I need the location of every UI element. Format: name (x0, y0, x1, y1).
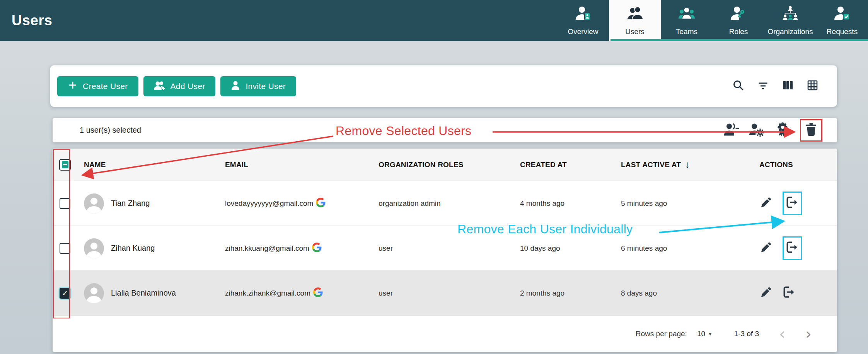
teams-icon (678, 5, 695, 24)
table-row[interactable]: Tian Zhang lovedayyyyyyy@gmail.com organ… (53, 181, 837, 226)
user-name: Zihan Kuang (111, 244, 155, 253)
edit-user-icon[interactable] (759, 286, 772, 301)
column-header-created-at[interactable]: CREATED AT (513, 161, 614, 169)
table-footer: Rows per page: 10 ▾ 1-3 of 3 ‹ › (53, 316, 837, 352)
user-email: zihan.kkuang@gmail.com (225, 244, 309, 253)
avatar (84, 238, 104, 258)
page-title: Users (12, 12, 52, 29)
tab-organizations[interactable]: Organizations (764, 0, 816, 41)
selection-count-text: 1 user(s) selected (80, 126, 141, 135)
users-icon (626, 5, 643, 24)
tab-label: Users (625, 27, 645, 36)
column-header-actions: ACTIONS (753, 161, 837, 169)
created-at: 4 months ago (513, 199, 614, 208)
annotation-remove-selected: Remove Selected Users (336, 124, 471, 138)
remove-user-row-highlight (783, 192, 802, 215)
tab-requests[interactable]: Requests (816, 0, 868, 41)
roles-icon (730, 5, 747, 24)
tab-overview[interactable]: Overview (557, 0, 609, 41)
tab-teams[interactable]: Teams (661, 0, 713, 41)
last-active-at: 8 days ago (614, 289, 753, 298)
person-invite-icon (231, 80, 240, 92)
main-nav: Overview Users Teams (557, 0, 868, 41)
selection-actions (723, 119, 822, 142)
overview-icon (575, 5, 592, 24)
tab-users[interactable]: Users (609, 0, 661, 41)
user-name: Lialia Beniaminova (111, 289, 176, 298)
edit-user-icon[interactable] (759, 196, 772, 211)
org-role: user (372, 289, 513, 298)
grid-view-icon[interactable] (807, 79, 819, 93)
tab-label: Requests (827, 27, 858, 36)
user-email: zihank.zihank@gmail.com (225, 289, 310, 298)
view-columns-icon[interactable] (782, 79, 794, 93)
certify-user-icon[interactable] (774, 122, 791, 139)
next-page-icon[interactable]: › (805, 326, 812, 342)
last-active-at: 5 minutes ago (614, 199, 753, 208)
invite-user-button[interactable]: Invite User (220, 76, 296, 96)
table-row[interactable]: Zihan Kuang zihan.kkuang@gmail.com user … (53, 226, 837, 271)
org-role: user (372, 244, 513, 253)
edit-user-icon[interactable] (759, 241, 772, 256)
user-name: Tian Zhang (111, 199, 150, 208)
remove-user-row-highlight (783, 236, 802, 260)
table-header-row: NAME EMAIL ORGANIZATION ROLES CREATED AT… (53, 149, 837, 181)
dropdown-caret-icon: ▾ (709, 330, 712, 337)
rows-per-page-select[interactable]: 10 ▾ (697, 330, 712, 338)
column-header-org-roles[interactable]: ORGANIZATION ROLES (372, 161, 513, 169)
table-row[interactable]: ✓ Lialia Beniaminova zihank.zihank@gmail… (53, 271, 837, 316)
checkbox-column-highlight (53, 149, 70, 318)
tab-roles[interactable]: Roles (713, 0, 764, 41)
remove-user-icon[interactable] (723, 122, 740, 139)
delete-selected-icon[interactable] (803, 122, 819, 139)
rows-per-page-label: Rows per page: (636, 330, 687, 338)
tab-label: Teams (676, 27, 697, 36)
user-settings-icon[interactable] (749, 122, 765, 139)
google-icon (312, 243, 322, 254)
organizations-icon (782, 5, 799, 24)
create-user-button[interactable]: Create User (57, 76, 138, 96)
toolbar-view-icons (732, 79, 819, 93)
plus-icon (68, 80, 78, 92)
remove-user-row-icon[interactable] (783, 285, 796, 301)
sort-desc-icon[interactable]: ↓ (685, 159, 690, 170)
user-email: lovedayyyyyyy@gmail.com (225, 199, 313, 208)
person-add-icon (154, 80, 165, 92)
annotation-remove-individual: Remove Each User Individually (457, 222, 633, 236)
google-icon (313, 287, 323, 299)
remove-user-row-icon[interactable] (786, 240, 799, 256)
org-role: organization admin (372, 199, 513, 208)
avatar (84, 193, 104, 214)
created-at: 10 days ago (513, 244, 614, 253)
users-table: NAME EMAIL ORGANIZATION ROLES CREATED AT… (53, 149, 837, 352)
tab-label: Overview (568, 27, 598, 36)
column-header-email[interactable]: EMAIL (218, 161, 372, 169)
column-header-last-active[interactable]: LAST ACTIVE AT↓ (614, 159, 753, 171)
prev-page-icon[interactable]: ‹ (779, 326, 785, 342)
google-icon (316, 198, 326, 209)
tab-label: Roles (729, 27, 748, 36)
search-icon[interactable] (732, 79, 744, 93)
tab-label: Organizations (767, 27, 813, 36)
toolbar: Create User Add User Invite User (50, 65, 837, 107)
avatar (84, 283, 104, 303)
remove-user-row-icon[interactable] (786, 195, 799, 211)
app-header: Users Overview Users (0, 0, 868, 41)
filter-icon[interactable] (757, 79, 769, 93)
last-active-at: 6 minutes ago (614, 244, 753, 253)
nav-active-underline (610, 39, 868, 41)
delete-selected-highlight (800, 119, 822, 142)
requests-icon (834, 5, 851, 24)
pagination-range: 1-3 of 3 (734, 330, 759, 338)
created-at: 2 months ago (513, 289, 614, 298)
column-header-name[interactable]: NAME (77, 161, 218, 169)
add-user-button[interactable]: Add User (143, 76, 216, 96)
